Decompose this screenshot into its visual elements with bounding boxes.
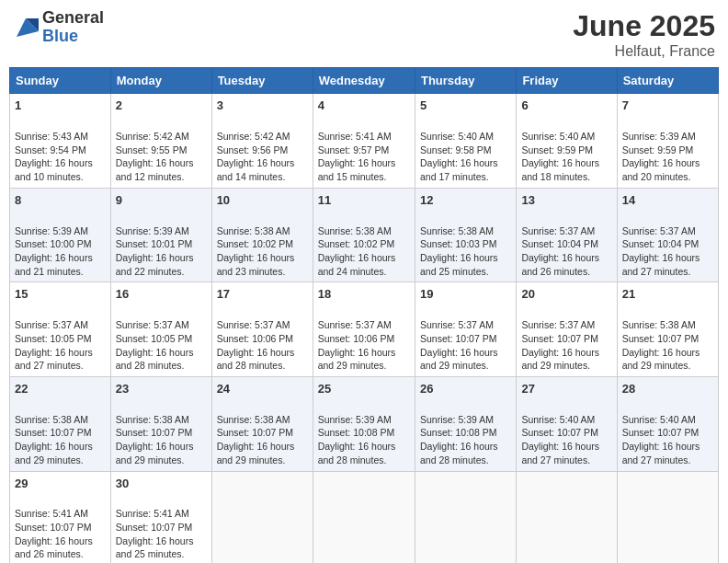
daylight-text: Daylight: 16 hours and 26 minutes. bbox=[521, 252, 599, 277]
header-thursday: Thursday bbox=[415, 68, 516, 94]
day-number: 5 bbox=[420, 98, 511, 114]
daylight-text: Daylight: 16 hours and 23 minutes. bbox=[217, 252, 295, 277]
header-sunday: Sunday bbox=[10, 68, 111, 94]
sunrise-text: Sunrise: 5:37 AM bbox=[521, 319, 595, 330]
daylight-text: Daylight: 16 hours and 29 minutes. bbox=[15, 441, 93, 465]
logo-blue: Blue bbox=[42, 28, 104, 46]
calendar-cell: 1Sunrise: 5:43 AMSunset: 9:54 PMDaylight… bbox=[10, 94, 111, 189]
day-number: 8 bbox=[15, 192, 106, 209]
sunrise-text: Sunrise: 5:40 AM bbox=[521, 414, 595, 425]
logo-icon bbox=[13, 15, 39, 40]
logo-general: General bbox=[42, 9, 104, 28]
title-area: June 2025 Helfaut, France bbox=[573, 9, 715, 60]
header-friday: Friday bbox=[517, 68, 617, 94]
day-number: 21 bbox=[622, 286, 713, 303]
calendar-cell bbox=[617, 471, 718, 563]
day-number: 28 bbox=[622, 381, 713, 397]
sunrise-text: Sunrise: 5:42 AM bbox=[217, 131, 290, 142]
calendar-row-3: 22Sunrise: 5:38 AMSunset: 10:07 PMDaylig… bbox=[10, 376, 719, 471]
sunset-text: Sunset: 10:04 PM bbox=[622, 238, 699, 249]
calendar-cell: 27Sunrise: 5:40 AMSunset: 10:07 PMDaylig… bbox=[517, 376, 617, 471]
sunrise-text: Sunrise: 5:39 AM bbox=[318, 414, 392, 425]
calendar-cell: 23Sunrise: 5:38 AMSunset: 10:07 PMDaylig… bbox=[110, 376, 211, 471]
daylight-text: Daylight: 16 hours and 29 minutes. bbox=[521, 347, 599, 372]
sunrise-text: Sunrise: 5:41 AM bbox=[116, 508, 189, 519]
sunset-text: Sunset: 9:59 PM bbox=[521, 144, 593, 155]
sunset-text: Sunset: 9:57 PM bbox=[318, 144, 390, 155]
daylight-text: Daylight: 16 hours and 18 minutes. bbox=[521, 157, 599, 182]
header-tuesday: Tuesday bbox=[211, 68, 313, 94]
daylight-text: Daylight: 16 hours and 12 minutes. bbox=[116, 157, 194, 182]
calendar-cell: 18Sunrise: 5:37 AMSunset: 10:06 PMDaylig… bbox=[313, 282, 415, 377]
calendar-cell: 6Sunrise: 5:40 AMSunset: 9:59 PMDaylight… bbox=[517, 94, 617, 189]
daylight-text: Daylight: 16 hours and 29 minutes. bbox=[318, 347, 396, 372]
sunrise-text: Sunrise: 5:38 AM bbox=[116, 414, 189, 425]
sunset-text: Sunset: 9:54 PM bbox=[15, 144, 86, 155]
day-number: 26 bbox=[420, 381, 511, 397]
sunset-text: Sunset: 10:05 PM bbox=[116, 333, 192, 344]
sunset-text: Sunset: 9:59 PM bbox=[622, 144, 694, 155]
daylight-text: Daylight: 16 hours and 14 minutes. bbox=[217, 157, 295, 182]
daylight-text: Daylight: 16 hours and 28 minutes. bbox=[116, 347, 194, 372]
day-number: 1 bbox=[15, 98, 106, 114]
sunset-text: Sunset: 10:06 PM bbox=[217, 333, 293, 344]
sunrise-text: Sunrise: 5:37 AM bbox=[217, 319, 290, 330]
logo-text: General Blue bbox=[42, 9, 104, 46]
day-number: 9 bbox=[116, 192, 207, 209]
sunrise-text: Sunrise: 5:38 AM bbox=[622, 319, 696, 330]
calendar-cell bbox=[313, 471, 415, 563]
sunset-text: Sunset: 9:55 PM bbox=[116, 144, 188, 155]
sunset-text: Sunset: 10:07 PM bbox=[622, 333, 699, 344]
sunset-text: Sunset: 10:07 PM bbox=[116, 427, 192, 438]
day-number: 12 bbox=[420, 192, 511, 209]
sunrise-text: Sunrise: 5:37 AM bbox=[521, 225, 595, 236]
daylight-text: Daylight: 16 hours and 28 minutes. bbox=[318, 441, 396, 465]
day-number: 7 bbox=[622, 98, 713, 114]
calendar-cell: 16Sunrise: 5:37 AMSunset: 10:05 PMDaylig… bbox=[110, 282, 211, 377]
calendar-table: Sunday Monday Tuesday Wednesday Thursday… bbox=[9, 67, 719, 563]
day-number: 25 bbox=[318, 381, 410, 397]
sunset-text: Sunset: 10:00 PM bbox=[15, 238, 91, 249]
calendar-cell: 24Sunrise: 5:38 AMSunset: 10:07 PMDaylig… bbox=[211, 376, 313, 471]
calendar-cell: 5Sunrise: 5:40 AMSunset: 9:58 PMDaylight… bbox=[415, 94, 516, 189]
day-number: 6 bbox=[521, 98, 611, 114]
sunset-text: Sunset: 10:07 PM bbox=[420, 333, 496, 344]
header-wednesday: Wednesday bbox=[313, 68, 415, 94]
sunrise-text: Sunrise: 5:38 AM bbox=[217, 225, 290, 236]
daylight-text: Daylight: 16 hours and 15 minutes. bbox=[318, 157, 396, 182]
sunset-text: Sunset: 10:07 PM bbox=[622, 427, 699, 438]
daylight-text: Daylight: 16 hours and 29 minutes. bbox=[420, 347, 498, 372]
daylight-text: Daylight: 16 hours and 17 minutes. bbox=[420, 157, 498, 182]
calendar-row-2: 15Sunrise: 5:37 AMSunset: 10:05 PMDaylig… bbox=[10, 282, 719, 377]
day-number: 3 bbox=[217, 98, 308, 114]
calendar-cell: 14Sunrise: 5:37 AMSunset: 10:04 PMDaylig… bbox=[617, 188, 718, 282]
day-number: 29 bbox=[15, 476, 106, 492]
calendar-cell: 13Sunrise: 5:37 AMSunset: 10:04 PMDaylig… bbox=[517, 188, 617, 282]
calendar-cell: 19Sunrise: 5:37 AMSunset: 10:07 PMDaylig… bbox=[415, 282, 516, 377]
sunrise-text: Sunrise: 5:37 AM bbox=[15, 319, 88, 330]
sunrise-text: Sunrise: 5:40 AM bbox=[521, 131, 595, 142]
day-number: 17 bbox=[217, 286, 308, 303]
sunrise-text: Sunrise: 5:41 AM bbox=[318, 131, 392, 142]
sunset-text: Sunset: 10:08 PM bbox=[318, 427, 394, 438]
calendar-cell: 15Sunrise: 5:37 AMSunset: 10:05 PMDaylig… bbox=[10, 282, 111, 377]
calendar-cell bbox=[211, 471, 313, 563]
day-number: 16 bbox=[116, 286, 207, 303]
calendar-cell: 9Sunrise: 5:39 AMSunset: 10:01 PMDayligh… bbox=[110, 188, 211, 282]
sunrise-text: Sunrise: 5:37 AM bbox=[318, 319, 392, 330]
header-monday: Monday bbox=[110, 68, 211, 94]
sunrise-text: Sunrise: 5:38 AM bbox=[420, 225, 494, 236]
calendar-header: General Blue June 2025 Helfaut, France bbox=[9, 9, 719, 60]
day-number: 14 bbox=[622, 192, 713, 209]
calendar-cell: 12Sunrise: 5:38 AMSunset: 10:03 PMDaylig… bbox=[415, 188, 516, 282]
sunrise-text: Sunrise: 5:39 AM bbox=[116, 225, 189, 236]
day-number: 20 bbox=[521, 286, 611, 303]
sunset-text: Sunset: 10:07 PM bbox=[116, 522, 192, 533]
header-saturday: Saturday bbox=[617, 68, 718, 94]
calendar-cell: 8Sunrise: 5:39 AMSunset: 10:00 PMDayligh… bbox=[10, 188, 111, 282]
calendar-cell: 3Sunrise: 5:42 AMSunset: 9:56 PMDaylight… bbox=[211, 94, 313, 189]
daylight-text: Daylight: 16 hours and 28 minutes. bbox=[217, 347, 295, 372]
sunset-text: Sunset: 10:07 PM bbox=[15, 522, 91, 533]
day-number: 24 bbox=[217, 381, 308, 397]
day-number: 27 bbox=[521, 381, 611, 397]
